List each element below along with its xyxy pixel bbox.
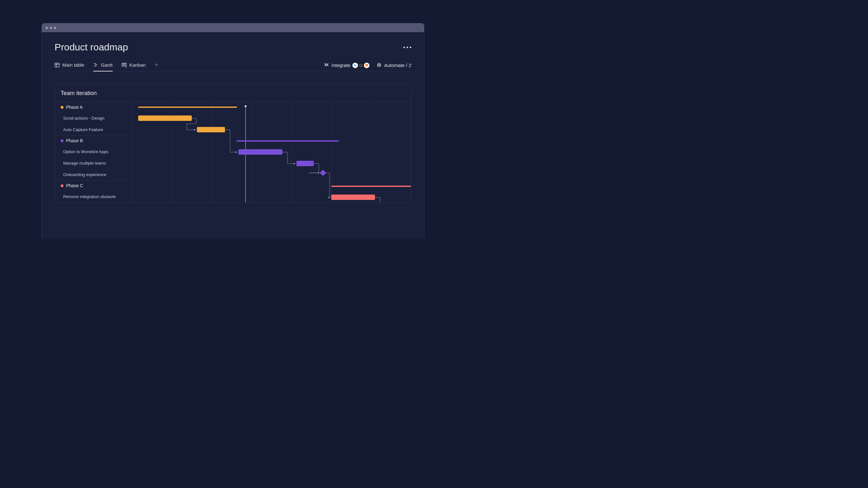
task-row[interactable]: Manage multiple teams [55,157,132,169]
gantt-task-list: Phase A Scroll actions - Design Auto Cap… [55,102,132,202]
task-row[interactable]: Auto Capture Feature [55,124,132,135]
automate-button[interactable]: Automate / 2 [377,62,411,68]
gantt-bar[interactable] [238,149,282,155]
view-tabs: Main table Gantt Kanban + [55,62,411,72]
gantt-bar[interactable] [297,161,314,166]
task-row[interactable]: Scroll actions - Design [55,112,132,124]
gantt-bar[interactable] [138,116,192,121]
robot-icon [377,62,382,68]
phase-name: Phase C [66,183,83,188]
table-icon [55,63,60,68]
phase-name: Phase B [66,138,83,143]
tab-label: Kanban [129,62,146,68]
kanban-icon [122,63,127,68]
tab-label: Gantt [101,62,113,68]
task-row[interactable]: Option to Monetize Apps [55,146,132,157]
window-close-dot[interactable] [45,27,48,29]
add-view-button[interactable]: + [155,62,158,71]
svg-rect-6 [122,63,123,66]
svg-rect-7 [124,63,125,65]
phase-dot-icon [61,139,63,142]
integrate-label: Integrate [332,63,350,68]
gantt-chart: Team iteration Phase A Scroll actions - … [55,85,411,202]
more-options-button[interactable] [403,46,411,48]
tab-kanban[interactable]: Kanban [122,62,146,71]
phase-summary-bar[interactable] [237,140,339,141]
gantt-bar[interactable] [197,127,225,132]
phase-header-b[interactable]: Phase B [55,135,132,146]
automate-label: Automate / 2 [384,63,411,68]
phase-name: Phase A [66,105,83,110]
svg-rect-0 [55,63,59,67]
integrate-icon [324,62,329,68]
window-minimize-dot[interactable] [50,27,52,29]
svg-point-19 [379,65,380,65]
tab-main-table[interactable]: Main table [55,62,84,71]
gantt-timeline[interactable] [132,102,411,202]
svg-point-14 [360,64,362,66]
gantt-icon [93,62,98,67]
phase-dot-icon [61,106,63,109]
phase-summary-bar[interactable] [331,186,411,187]
task-row[interactable]: Onboarding experience [55,169,132,180]
content-area: Product roadmap Main table Gantt [42,32,424,202]
phase-header-a[interactable]: Phase A [55,102,132,112]
phase-dot-icon [61,184,63,187]
svg-point-18 [378,65,379,65]
gitlab-icon [363,62,370,69]
task-row[interactable]: Remove integration obstacle [55,191,132,202]
phase-header-c[interactable]: Phase C [55,181,132,191]
window-titlebar [42,23,424,32]
integrate-button[interactable]: Integrate [324,62,370,69]
window-maximize-dot[interactable] [54,27,56,29]
group-title: Team iteration [55,85,411,102]
svg-rect-8 [125,63,126,67]
gantt-milestone[interactable] [320,170,326,176]
integration-icons [353,62,370,69]
phase-summary-bar[interactable] [138,106,237,108]
page-title: Product roadmap [55,42,128,53]
tab-gantt[interactable]: Gantt [93,62,113,71]
app-window: Product roadmap Main table Gantt [41,23,425,238]
gantt-bar[interactable] [331,195,375,200]
tab-label: Main table [62,62,84,68]
